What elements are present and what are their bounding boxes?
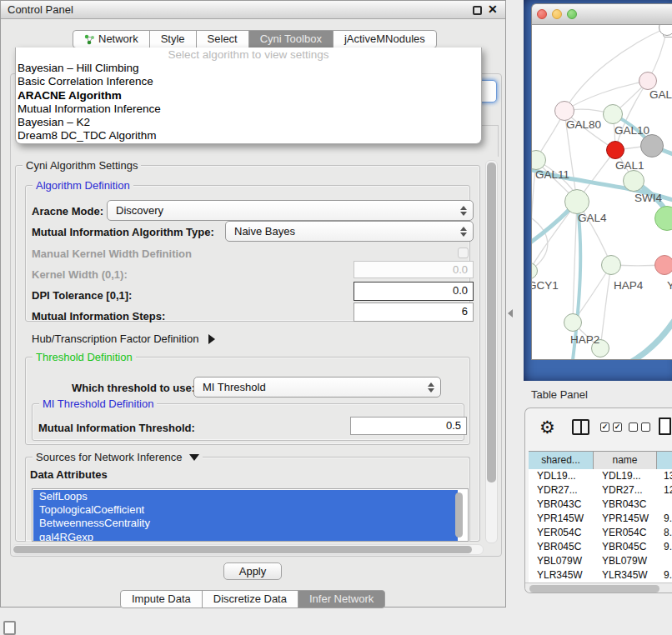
node-gray[interactable]	[640, 134, 664, 158]
network-canvas[interactable]: GAL GAL80 GAL10 GAL1 GAL11 SWI4 GAL4 GCY…	[532, 25, 672, 360]
node-hap4[interactable]	[601, 255, 621, 275]
cell: 9.	[657, 568, 672, 582]
control-panel-titlebar[interactable]: Control Panel ✕	[1, 1, 505, 19]
float-window-icon[interactable]	[473, 6, 482, 15]
node-label-hap2: HAP2	[570, 333, 599, 346]
tab-jactivemnodules-label: jActiveMNodules	[344, 31, 425, 48]
node-hap2[interactable]	[564, 313, 582, 332]
columns-icon[interactable]	[572, 419, 589, 435]
cell: YER054C	[529, 526, 594, 540]
dropdown-item-basic-correlation[interactable]: Basic Correlation Inference	[16, 75, 481, 88]
hub-definition-toggle[interactable]: Hub/Transcription Factor Definition	[32, 332, 215, 345]
combo-arrows-icon	[428, 382, 434, 392]
aracne-mode-value: Discovery	[116, 204, 163, 217]
tab-impute-data-label: Impute Data	[132, 591, 191, 608]
node-gal10[interactable]	[603, 104, 623, 124]
tab-cyni-toolbox[interactable]: Cyni Toolbox	[248, 30, 333, 48]
cell: 12	[657, 483, 672, 498]
gear-icon[interactable]: ⚙	[539, 418, 555, 436]
list-item-selfloops[interactable]: SelfLoops	[33, 490, 458, 503]
screen: Control Panel ✕ Network Style Select Cyn…	[0, 0, 672, 635]
mi-algorithm-type-value: Naive Bayes	[234, 225, 295, 238]
tab-jactivemnodules[interactable]: jActiveMNodules	[333, 30, 437, 48]
mi-threshold-field[interactable]: 0.5	[350, 417, 467, 435]
hub-definition-label: Hub/Transcription Factor Definition	[32, 332, 198, 345]
tab-network[interactable]: Network	[73, 30, 150, 48]
table-row[interactable]: YBR043C YBR043C	[529, 498, 672, 512]
node-label-hap4: HAP4	[614, 279, 643, 292]
node-gal4[interactable]	[564, 189, 589, 214]
settings-horizontal-scrollbar[interactable]	[12, 544, 484, 555]
dropdown-item-mutual-information[interactable]: Mutual Information Inference	[16, 102, 481, 116]
list-item-topologicalcoefficient[interactable]: TopologicalCoefficient	[33, 503, 458, 517]
mi-algorithm-type-combo[interactable]: Naive Bayes	[225, 221, 474, 242]
minimized-panel-icon[interactable]	[3, 621, 16, 635]
aracne-mode-label: Aracne Mode:	[32, 205, 103, 218]
mi-steps-field[interactable]: 6	[354, 302, 474, 322]
cell: YPR145W	[529, 512, 594, 526]
tab-style[interactable]: Style	[149, 30, 197, 48]
sources-title: Sources for Network Inference	[33, 451, 203, 463]
close-traffic-light-icon[interactable]	[537, 9, 547, 19]
dropdown-item-bayesian-hill[interactable]: Bayesian – Hill Climbing	[16, 62, 481, 75]
expanded-arrow-icon[interactable]	[189, 454, 199, 461]
tab-impute-data[interactable]: Impute Data	[120, 590, 203, 608]
table-row[interactable]: YBL079W YBL079W	[529, 554, 672, 568]
cell: YDR27...	[594, 483, 657, 498]
table-row[interactable]: YDR27... YDR27... 12	[529, 483, 672, 498]
table-row[interactable]: YBR045C YBR045C 9.	[529, 540, 672, 554]
algorithm-definition-title: Algorithm Definition	[33, 179, 133, 192]
dpi-tolerance-field[interactable]: 0.0	[354, 282, 474, 301]
tab-infer-network-label: Infer Network	[309, 591, 374, 608]
settings-vertical-scrollbar-thumb[interactable]	[487, 162, 496, 482]
mi-threshold-label: Mutual Information Threshold:	[38, 422, 195, 434]
table-row[interactable]: YLR345W YLR345W 9.	[529, 568, 672, 582]
apply-button[interactable]: Apply	[223, 562, 282, 580]
node-swi4[interactable]	[623, 170, 644, 192]
network-window-titlebar[interactable]	[532, 4, 672, 25]
column-header-partial[interactable]	[657, 452, 672, 470]
dropdown-item-aracne[interactable]: ARACNE Algorithm	[16, 89, 481, 102]
minimize-traffic-light-icon[interactable]	[552, 9, 562, 19]
table-row[interactable]: YPR145W YPR145W 9.	[529, 512, 672, 526]
threshold-definition-title: Threshold Definition	[33, 351, 136, 363]
node-salmon[interactable]	[654, 255, 672, 275]
zoom-traffic-light-icon[interactable]	[567, 9, 577, 19]
tab-infer-network[interactable]: Infer Network	[298, 590, 385, 608]
table-panel: ⚙ ✓✓ shared... name YDL19... YDL19... 13	[524, 408, 672, 593]
data-attributes-label: Data Attributes	[30, 468, 108, 481]
combo-arrows-icon	[460, 227, 467, 237]
select-all-columns-icon[interactable]: ✓✓	[600, 422, 622, 432]
table-toolbar: ⚙ ✓✓	[525, 408, 672, 451]
aracne-mode-combo[interactable]: Discovery	[107, 200, 474, 221]
dropdown-item-bayesian-k2[interactable]: Bayesian – K2	[16, 116, 481, 129]
panel-divider-handle[interactable]	[508, 309, 513, 318]
new-table-icon[interactable]	[659, 418, 671, 435]
column-header-shared-name[interactable]: shared...	[529, 452, 594, 470]
list-scrollbar-thumb[interactable]	[455, 492, 463, 538]
settings-horizontal-scrollbar-thumb[interactable]	[13, 546, 472, 553]
dpi-tolerance-label: DPI Tolerance [0,1]:	[32, 289, 132, 302]
list-item-gal4rgexp[interactable]: gal4RGexp	[33, 531, 458, 542]
network-view-window: GAL GAL80 GAL10 GAL1 GAL11 SWI4 GAL4 GCY…	[531, 3, 672, 360]
cell: 8.	[657, 526, 672, 540]
table-horizontal-scrollbar-thumb[interactable]	[529, 585, 659, 592]
node-gal7[interactable]	[639, 72, 657, 90]
table-row[interactable]: YER054C YER054C 8.	[529, 526, 672, 540]
column-header-name[interactable]: name	[594, 452, 657, 470]
dropdown-item-dream8[interactable]: Dream8 DC_TDC Algorithm	[16, 129, 481, 142]
deselect-all-columns-icon[interactable]	[629, 422, 650, 432]
node-gal1[interactable]	[606, 141, 624, 159]
tab-select[interactable]: Select	[196, 30, 249, 48]
node-label-gal11: GAL11	[535, 168, 569, 181]
close-icon[interactable]: ✕	[488, 2, 498, 16]
mi-steps-label: Mutual Information Steps:	[32, 310, 165, 322]
settings-vertical-scrollbar[interactable]	[485, 160, 498, 543]
list-item-betweennesscentrality[interactable]: BetweennessCentrality	[33, 517, 458, 530]
table-horizontal-scrollbar[interactable]	[525, 582, 672, 593]
table-row[interactable]: YDL19... YDL19... 13	[529, 469, 672, 483]
tab-discretize-data[interactable]: Discretize Data	[202, 590, 298, 608]
collapsed-arrow-icon	[208, 334, 215, 344]
node-label-y-partial: Y	[667, 279, 672, 292]
which-threshold-combo[interactable]: MI Threshold	[193, 377, 441, 398]
